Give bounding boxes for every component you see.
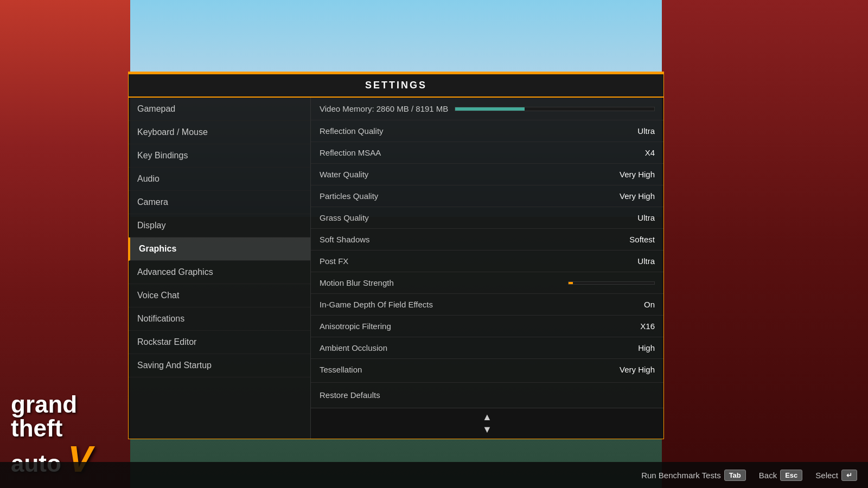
setting-name-8: In-Game Depth Of Field Effects	[320, 300, 601, 309]
setting-value-3: Very High	[601, 191, 655, 201]
setting-row-6[interactable]: Post FXUltra	[311, 251, 663, 272]
setting-value-0: Ultra	[601, 126, 655, 136]
setting-value-10: High	[601, 343, 655, 352]
settings-panel: SETTINGS GamepadKeyboard / MouseKey Bind…	[128, 72, 664, 439]
setting-value-11: Very High	[601, 365, 655, 374]
scroll-down-icon: ▼	[482, 424, 492, 435]
setting-name-9: Anisotropic Filtering	[320, 322, 601, 331]
setting-row-4[interactable]: Grass QualityUltra	[311, 207, 663, 229]
setting-name-4: Grass Quality	[320, 213, 601, 222]
setting-row-5[interactable]: Soft ShadowsSoftest	[311, 229, 663, 251]
setting-row-11[interactable]: TessellationVery High	[311, 359, 663, 380]
restore-defaults-label[interactable]: Restore Defaults	[320, 390, 380, 400]
bottom-action-label-back: Back	[759, 471, 777, 480]
video-memory-row: Video Memory: 2860 MB / 8191 MB	[311, 98, 663, 120]
sidebar-item-keyboard-mouse[interactable]: Keyboard / Mouse	[129, 121, 310, 144]
sidebar-item-audio[interactable]: Audio	[129, 168, 310, 191]
sidebar-item-camera[interactable]: Camera	[129, 191, 310, 214]
bottom-action-back[interactable]: BackEsc	[759, 470, 803, 481]
bottom-action-key-select: ↵	[841, 470, 857, 481]
settings-content: Video Memory: 2860 MB / 8191 MB Reflecti…	[311, 98, 663, 439]
bottom-action-select[interactable]: Select↵	[815, 470, 857, 481]
setting-row-9[interactable]: Anisotropic FilteringX16	[311, 316, 663, 337]
bottom-action-label-benchmark: Run Benchmark Tests	[641, 471, 720, 480]
setting-name-2: Water Quality	[320, 170, 601, 179]
logo-line-theft: theft	[11, 416, 92, 440]
setting-name-0: Reflection Quality	[320, 126, 601, 136]
setting-slider-7[interactable]	[568, 281, 655, 285]
setting-name-7: Motion Blur Strength	[320, 278, 568, 287]
logo-line-grand: grand	[11, 393, 92, 416]
sidebar-item-display[interactable]: Display	[129, 214, 310, 237]
sidebar-item-notifications[interactable]: Notifications	[129, 307, 310, 331]
sidebar-item-gamepad[interactable]: Gamepad	[129, 98, 310, 121]
setting-row-2[interactable]: Water QualityVery High	[311, 164, 663, 185]
setting-value-1: X4	[601, 148, 655, 157]
restore-defaults-row[interactable]: Restore Defaults	[311, 382, 663, 408]
setting-name-3: Particles Quality	[320, 191, 601, 201]
setting-row-10[interactable]: Ambient OcclusionHigh	[311, 337, 663, 359]
background-containers-right	[662, 0, 868, 488]
settings-rows-container: Reflection QualityUltraReflection MSAAX4…	[311, 120, 663, 380]
settings-title: SETTINGS	[129, 74, 663, 98]
setting-row-3[interactable]: Particles QualityVery High	[311, 185, 663, 207]
sidebar-item-graphics[interactable]: Graphics	[129, 237, 310, 261]
scroll-up-down-icon[interactable]: ▲ ▼	[482, 412, 492, 435]
settings-body: GamepadKeyboard / MouseKey BindingsAudio…	[129, 98, 663, 439]
setting-value-6: Ultra	[601, 256, 655, 266]
bottom-action-key-benchmark: Tab	[724, 470, 746, 481]
setting-name-10: Ambient Occlusion	[320, 343, 601, 352]
setting-value-9: X16	[601, 322, 655, 331]
sidebar-item-voice-chat[interactable]: Voice Chat	[129, 284, 310, 307]
video-memory-bar	[455, 107, 655, 111]
sidebar-item-advanced-graphics[interactable]: Advanced Graphics	[129, 261, 310, 284]
setting-name-6: Post FX	[320, 256, 601, 266]
sidebar-item-saving-startup[interactable]: Saving And Startup	[129, 354, 310, 377]
bottom-bar: Run Benchmark TestsTabBackEscSelect↵	[0, 462, 868, 488]
scroll-up-icon: ▲	[482, 412, 492, 423]
bottom-action-key-back: Esc	[780, 470, 802, 481]
setting-slider-fill-7	[569, 282, 573, 284]
scroll-controls: ▲ ▼	[311, 408, 663, 439]
setting-value-5: Softest	[601, 235, 655, 244]
setting-value-4: Ultra	[601, 213, 655, 222]
settings-sidebar: GamepadKeyboard / MouseKey BindingsAudio…	[129, 98, 311, 439]
setting-row-8[interactable]: In-Game Depth Of Field EffectsOn	[311, 294, 663, 316]
video-memory-fill	[455, 107, 525, 111]
setting-value-8: On	[601, 300, 655, 309]
video-memory-label: Video Memory: 2860 MB / 8191 MB	[320, 104, 448, 113]
sidebar-item-key-bindings[interactable]: Key Bindings	[129, 144, 310, 168]
setting-row-7[interactable]: Motion Blur Strength	[311, 272, 663, 294]
setting-value-2: Very High	[601, 170, 655, 179]
setting-name-5: Soft Shadows	[320, 235, 601, 244]
bottom-action-label-select: Select	[815, 471, 838, 480]
bottom-action-benchmark[interactable]: Run Benchmark TestsTab	[641, 470, 746, 481]
setting-row-1[interactable]: Reflection MSAAX4	[311, 142, 663, 164]
setting-row-0[interactable]: Reflection QualityUltra	[311, 120, 663, 142]
setting-name-1: Reflection MSAA	[320, 148, 601, 157]
setting-name-11: Tessellation	[320, 365, 601, 374]
sidebar-item-rockstar-editor[interactable]: Rockstar Editor	[129, 331, 310, 354]
